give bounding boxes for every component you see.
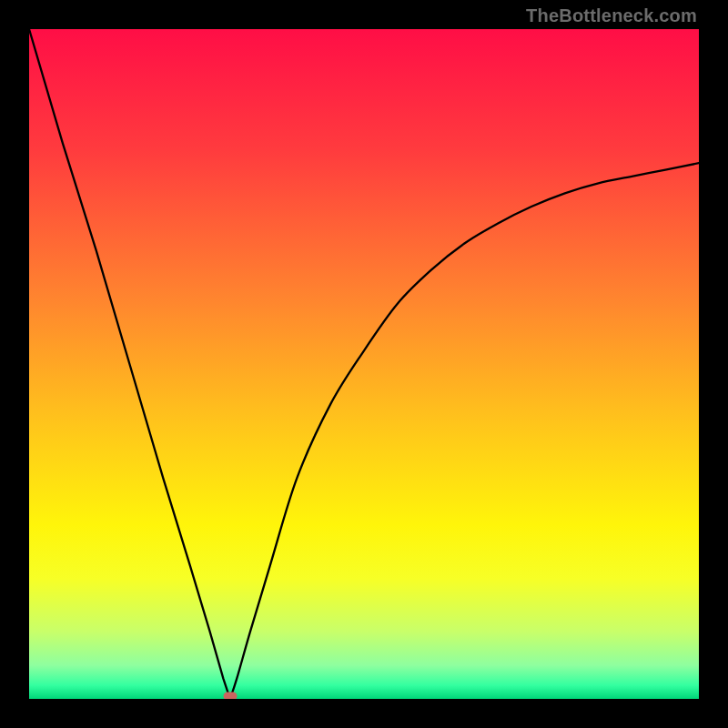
bottleneck-curve — [29, 29, 699, 699]
optimum-marker — [223, 693, 237, 700]
watermark-text: TheBottleneck.com — [526, 5, 697, 26]
chart-frame: TheBottleneck.com — [0, 0, 728, 728]
plot-area — [29, 29, 699, 699]
